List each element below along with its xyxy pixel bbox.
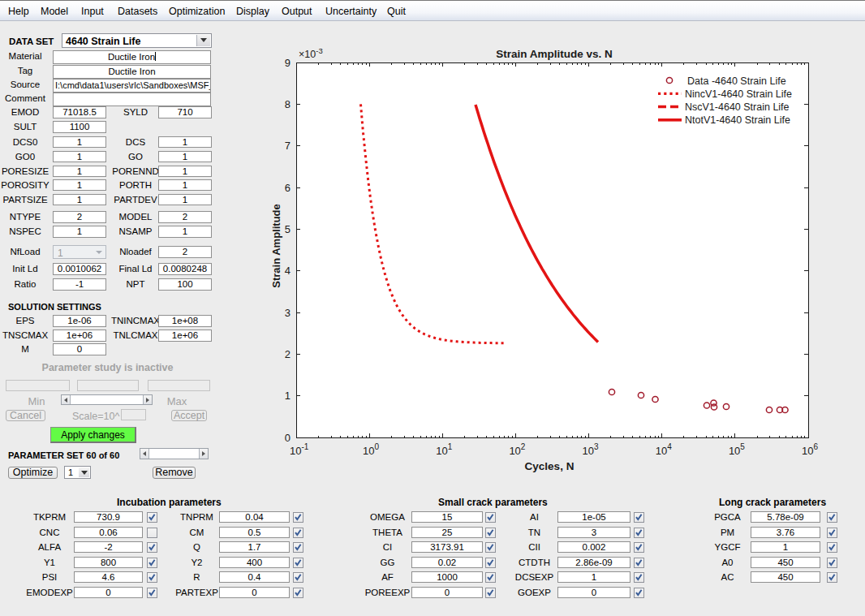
svg-text:NtotV1-4640 Strain Life: NtotV1-4640 Strain Life: [685, 114, 790, 126]
svg-text:Data -4640 Strain Life: Data -4640 Strain Life: [687, 75, 786, 87]
svg-text:NincV1-4640 Strain Life: NincV1-4640 Strain Life: [685, 88, 792, 100]
svg-text:NscV1-4640 Strain Life: NscV1-4640 Strain Life: [685, 101, 790, 113]
svg-text:1: 1: [285, 390, 290, 402]
svg-text:8: 8: [285, 98, 290, 110]
svg-text:101: 101: [436, 442, 452, 457]
svg-text:100: 100: [363, 442, 379, 457]
svg-text:104: 104: [656, 442, 672, 457]
svg-text:Strain Amplitude vs. N: Strain Amplitude vs. N: [496, 48, 613, 60]
svg-text:3: 3: [285, 307, 290, 319]
svg-text:6: 6: [285, 182, 290, 194]
svg-text:0: 0: [285, 432, 290, 444]
svg-text:7: 7: [285, 140, 290, 152]
svg-text:105: 105: [729, 442, 745, 457]
svg-text:4: 4: [285, 265, 290, 277]
svg-text:103: 103: [583, 442, 599, 457]
svg-text:9: 9: [285, 57, 290, 69]
svg-text:102: 102: [509, 442, 525, 457]
svg-text:Cycles, N: Cycles, N: [525, 460, 575, 472]
svg-text:10-1: 10-1: [290, 442, 309, 457]
svg-text:106: 106: [802, 442, 818, 457]
svg-text:5: 5: [285, 223, 290, 235]
svg-text:×10-3: ×10-3: [299, 46, 323, 60]
svg-text:Strain Amplitude: Strain Amplitude: [270, 204, 282, 288]
svg-text:2: 2: [285, 348, 290, 360]
